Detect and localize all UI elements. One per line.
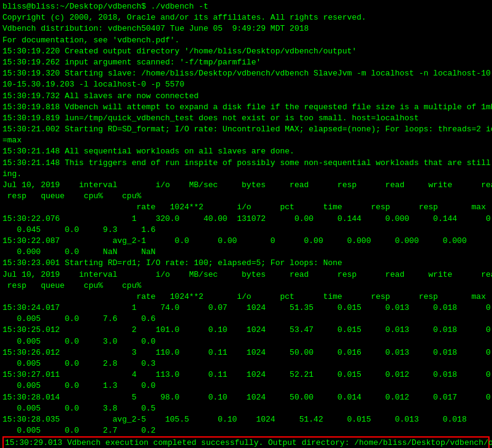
terminal-line-msg2: 15:30:19.262 input argument scanned: '-f…	[2, 57, 490, 68]
terminal-line-row1b: 0.045 0.0 9.3 1.6	[2, 225, 490, 236]
terminal-line-hdr1b: resp queue cpu% cpu%	[2, 191, 490, 202]
terminal-line-hdr4: rate 1024**2 i/o pct time resp resp max …	[2, 292, 490, 303]
terminal-line-row5b: 0.005 0.0 2.8 0.3	[2, 358, 490, 369]
terminal-line-hdr2: rate 1024**2 i/o pct time resp resp max …	[2, 202, 490, 213]
terminal-line-msg9b: ing.	[2, 169, 490, 180]
terminal-line-row8b: 0.005 0.0 2.7 0.2	[2, 425, 490, 436]
terminal-line-msg10: 15:30:23.001 Starting RD=rd1; I/O rate: …	[2, 258, 490, 269]
terminal-line-row5a: 15:30:26.012 3 110.0 0.11 1024 50.00 0.0…	[2, 347, 490, 358]
terminal-line-row2b: 0.000 0.0 NaN NaN	[2, 247, 490, 258]
terminal-line-row3b: 0.005 0.0 7.6 0.6	[2, 314, 490, 325]
terminal-line-row6a: 15:30:27.011 4 113.0 0.11 1024 52.21 0.0…	[2, 369, 490, 380]
terminal-line-row7a: 15:30:28.014 5 98.0 0.10 1024 50.00 0.01…	[2, 392, 490, 403]
terminal-line-msg6: 15:30:19.819 lun=/tmp/quick_vdbench_test…	[2, 113, 490, 124]
terminal-line-msg7: 15:30:21.002 Starting RD=SD_format; I/O …	[2, 124, 490, 135]
terminal-line-row4b: 0.005 0.0 3.0 0.0	[2, 336, 490, 347]
terminal-line-hdr1: Jul 10, 2019 interval i/o MB/sec bytes r…	[2, 180, 490, 191]
terminal-line-hdr3: Jul 10, 2019 interval i/o MB/sec bytes r…	[2, 269, 490, 280]
terminal-line-row4a: 15:30:25.012 2 101.0 0.10 1024 53.47 0.0…	[2, 325, 490, 336]
terminal-line-row6b: 0.005 0.0 1.3 0.0	[2, 380, 490, 392]
terminal-line-prompt: bliss@bliss:~/Desktop/vdbench$ ./vdbench…	[2, 1, 490, 12]
terminal-line-msg9: 15:30:21.148 This triggers end of run in…	[2, 158, 490, 169]
terminal-line-row3a: 15:30:24.017 1 74.0 0.07 1024 51.35 0.01…	[2, 303, 490, 314]
terminal-line-copy: Copyright (c) 2000, 2018, Oracle and/or …	[2, 12, 490, 23]
terminal-line-msg7b: =max	[2, 135, 490, 146]
terminal-line-doc: For documentation, see 'vdbench.pdf'.	[2, 35, 490, 46]
terminal-line-msg1: 15:30:19.220 Created output directory '/…	[2, 46, 490, 57]
terminal-line-hdr3b: resp queue cpu% cpu%	[2, 280, 490, 292]
terminal-line-msg3: 15:30:19.320 Starting slave: /home/bliss…	[2, 68, 490, 79]
terminal-line-row1a: 15:30:22.076 1 320.0 40.00 131072 0.00 0…	[2, 214, 490, 225]
terminal-line-msg5: 15:30:19.818 Vdbench will attempt to exp…	[2, 102, 490, 113]
terminal-line-row8a: 15:30:28.035 avg_2-5 105.5 0.10 1024 51.…	[2, 414, 490, 425]
terminal-line-final: 15:30:29.013 Vdbench execution completed…	[2, 436, 490, 448]
terminal-line-msg8: 15:30:21.148 All sequential workloads on…	[2, 146, 490, 157]
terminal: bliss@bliss:~/Desktop/vdbench$ ./vdbench…	[0, 0, 492, 448]
terminal-line-msg3b: 10-15.30.19.203 -l localhost-0 -p 5570	[2, 79, 490, 90]
terminal-line-msg4: 15:30:19.732 All slaves are now connecte…	[2, 91, 490, 102]
terminal-line-dist: Vdbench distribution: vdbench50407 Tue J…	[2, 23, 490, 34]
terminal-line-row7b: 0.005 0.0 3.8 0.5	[2, 403, 490, 414]
terminal-line-row2a: 15:30:22.087 avg_2-1 0.0 0.00 0 0.00 0.0…	[2, 236, 490, 247]
